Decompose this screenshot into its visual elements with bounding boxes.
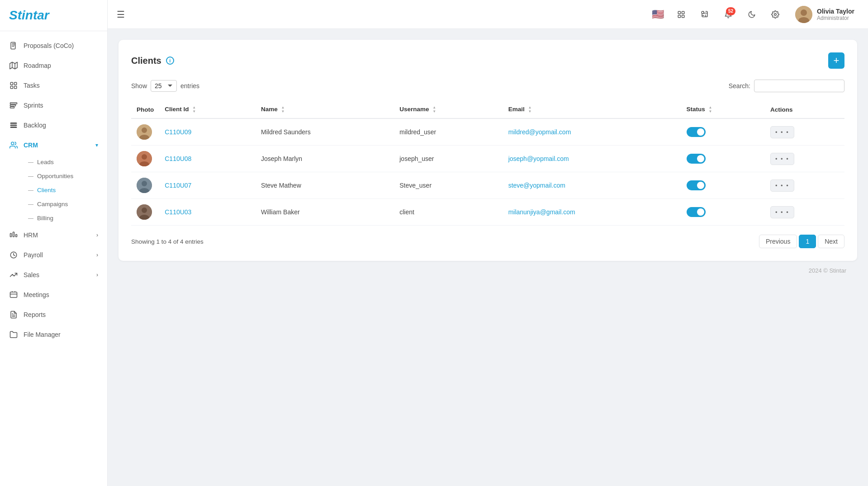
sidebar-label-hrm: HRM [24, 231, 38, 239]
svg-rect-10 [10, 107, 14, 108]
svg-marker-1 [10, 62, 18, 69]
grid-icon[interactable] [697, 6, 713, 23]
crm-chevron-icon: ▾ [95, 142, 98, 148]
sidebar-item-backlog[interactable]: Backlog [0, 115, 107, 135]
dark-mode-icon[interactable] [744, 6, 760, 23]
backlog-icon [9, 121, 18, 130]
svg-rect-19 [10, 292, 17, 297]
table-row: C110U08 Joseph Marlyn joseph_user joseph… [131, 146, 844, 172]
sidebar-item-roadmap[interactable]: Roadmap [0, 56, 107, 75]
search-label: Search: [729, 82, 750, 90]
action-menu-button[interactable]: • • • [770, 153, 794, 165]
table-row: C110U07 Steve Mathew Steve_user steve@yo… [131, 172, 844, 199]
user-name: Olivia Taylor [817, 8, 854, 15]
avatar [795, 6, 812, 23]
showing-text: Showing 1 to 4 of 4 entries [131, 238, 204, 245]
svg-point-14 [11, 142, 14, 145]
email-link[interactable]: milanunjiya@gmail.com [508, 208, 575, 216]
row-client-id: C110U03 [159, 199, 256, 226]
status-toggle[interactable] [687, 207, 706, 217]
sidebar-item-clients[interactable]: Clients [24, 183, 107, 197]
pagination-buttons: Previous 1 Next [759, 235, 844, 248]
row-client-id: C110U09 [159, 118, 256, 146]
user-profile[interactable]: Olivia Taylor Administrator [791, 3, 859, 26]
row-actions: • • • [765, 118, 844, 146]
menu-toggle-button[interactable]: ☰ [117, 9, 125, 20]
sidebar-item-reports[interactable]: Reports [0, 305, 107, 325]
logo: Stintar [0, 0, 107, 31]
flag-icon[interactable]: 🇺🇸 [650, 6, 666, 23]
notification-button[interactable]: 52 [720, 6, 736, 23]
status-toggle[interactable] [687, 154, 706, 164]
sidebar-item-tasks[interactable]: Tasks [0, 75, 107, 95]
row-email: mildred@yopmail.com [503, 118, 681, 146]
sidebar-item-meetings[interactable]: Meetings [0, 285, 107, 305]
col-email: Email ▲▼ [503, 101, 681, 118]
action-dots-icon: • • • [775, 156, 789, 162]
email-link[interactable]: mildred@yopmail.com [508, 128, 571, 136]
clients-card: Clients i + Show 10 25 50 100 entries [119, 40, 857, 261]
sidebar-item-leads[interactable]: Leads [24, 155, 107, 169]
sidebar-item-sales[interactable]: Sales › [0, 265, 107, 285]
client-id-link[interactable]: C110U08 [165, 155, 191, 162]
col-actions: Actions [765, 101, 844, 118]
svg-point-28 [801, 9, 807, 16]
sidebar-item-campaigns[interactable]: Campaigns [24, 197, 107, 211]
sidebar-item-payroll[interactable]: Payroll › [0, 245, 107, 265]
row-status [681, 199, 765, 226]
sales-icon [9, 270, 18, 279]
sidebar-item-opportunities[interactable]: Opportunities [24, 169, 107, 183]
add-client-button[interactable]: + [828, 52, 844, 69]
info-icon[interactable]: i [166, 57, 174, 65]
col-username: Username ▲▼ [394, 101, 503, 118]
client-id-link[interactable]: C110U09 [165, 128, 191, 136]
status-toggle[interactable] [687, 180, 706, 190]
email-link[interactable]: joseph@yopmail.com [508, 155, 569, 162]
client-id-link[interactable]: C110U03 [165, 208, 191, 216]
action-menu-button[interactable]: • • • [770, 206, 794, 218]
email-link[interactable]: steve@yopmail.com [508, 182, 565, 189]
payroll-icon [9, 250, 18, 260]
action-menu-button[interactable]: • • • [770, 126, 794, 138]
svg-rect-9 [10, 105, 16, 106]
client-id-link[interactable]: C110U07 [165, 182, 191, 189]
clients-table: Photo Client Id ▲▼ Name ▲▼ Username ▲▼ [131, 101, 844, 226]
sidebar-item-hrm[interactable]: HRM › [0, 225, 107, 245]
settings-icon[interactable] [767, 6, 783, 23]
col-status: Status ▲▼ [681, 101, 765, 118]
row-actions: • • • [765, 146, 844, 172]
svg-rect-7 [14, 86, 17, 89]
map-icon [9, 61, 18, 70]
sidebar-item-sprints[interactable]: Sprints [0, 95, 107, 115]
sidebar-item-filemanager[interactable]: File Manager [0, 325, 107, 344]
sidebar-item-proposals[interactable]: Proposals (CoCo) [0, 36, 107, 56]
page-1-button[interactable]: 1 [799, 235, 816, 248]
action-menu-button[interactable]: • • • [770, 179, 794, 192]
svg-rect-13 [10, 127, 17, 128]
row-actions: • • • [765, 172, 844, 199]
row-photo [131, 172, 159, 199]
row-username: client [394, 199, 503, 226]
sidebar-label-payroll: Payroll [24, 251, 43, 259]
sidebar-item-crm[interactable]: CRM ▾ [0, 135, 107, 155]
table-row: C110U09 Mildred Saunders mildred_user mi… [131, 118, 844, 146]
col-client-id: Client Id ▲▼ [159, 101, 256, 118]
action-dots-icon: • • • [775, 182, 789, 189]
status-toggle[interactable] [687, 127, 706, 137]
search-input[interactable] [754, 80, 844, 92]
apps-icon[interactable] [673, 6, 689, 23]
entries-select[interactable]: 10 25 50 100 [151, 80, 177, 92]
svg-rect-25 [682, 15, 684, 17]
sidebar-label-sprints: Sprints [24, 102, 43, 109]
svg-point-26 [774, 13, 777, 15]
sidebar-item-billing[interactable]: Billing [24, 211, 107, 225]
show-label: Show [131, 82, 147, 90]
tasks-icon [9, 81, 18, 90]
row-email: milanunjiya@gmail.com [503, 199, 681, 226]
previous-button[interactable]: Previous [759, 235, 797, 248]
svg-rect-22 [678, 11, 680, 14]
next-button[interactable]: Next [818, 235, 844, 248]
svg-rect-16 [13, 232, 14, 237]
row-status [681, 118, 765, 146]
user-info: Olivia Taylor Administrator [817, 8, 854, 21]
